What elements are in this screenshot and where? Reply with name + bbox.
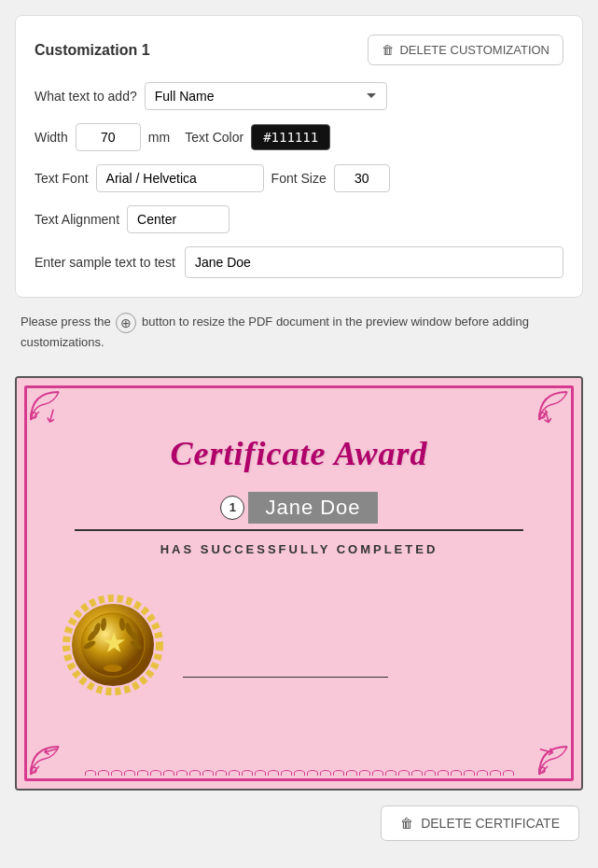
text-alignment-label: Text Alignment: [35, 212, 119, 227]
font-select[interactable]: Arial / Helvetica: [96, 164, 264, 192]
width-label: Width: [35, 130, 68, 145]
alignment-select[interactable]: Center Left Right: [127, 205, 229, 233]
text-font-label: Text Font: [35, 171, 89, 186]
what-text-select[interactable]: Full Name: [145, 82, 387, 110]
certificate-signature-line: [183, 677, 388, 678]
card-title: Customization 1: [35, 42, 150, 59]
width-color-row: Width mm Text Color #111111: [35, 123, 563, 151]
certificate-medal: ★: [62, 594, 155, 687]
customization-card: Customization 1 🗑 DELETE CUSTOMIZATION W…: [15, 15, 583, 298]
name-field-indicator: 1: [220, 496, 244, 520]
certificate-name-row: 1 Jane Doe: [75, 492, 522, 524]
width-unit: mm: [148, 130, 170, 145]
svg-point-21: [104, 665, 122, 672]
font-row: Text Font Arial / Helvetica Font Size: [35, 164, 563, 192]
delete-cert-label: DELETE CERTIFICATE: [421, 816, 560, 831]
trash-icon: 🗑: [382, 43, 394, 57]
card-header: Customization 1 🗑 DELETE CUSTOMIZATION: [35, 35, 563, 65]
text-color-label: Text Color: [185, 130, 243, 145]
certificate-preview: ↙ ↘ ↗ ↖ Certificate Award 1 Jane Doe HAS…: [15, 376, 583, 791]
color-picker-button[interactable]: #111111: [251, 124, 330, 150]
certificate-inner: ↙ ↘ ↗ ↖ Certificate Award 1 Jane Doe HAS…: [17, 378, 581, 789]
what-text-label: What text to add?: [35, 89, 137, 104]
sample-text-input[interactable]: [185, 246, 563, 278]
certificate-name-underline: [75, 529, 522, 531]
alignment-row: Text Alignment Center Left Right: [35, 205, 563, 233]
certificate-title: Certificate Award: [171, 434, 428, 473]
delete-customization-button[interactable]: 🗑 DELETE CUSTOMIZATION: [368, 35, 563, 65]
delete-cert-trash-icon: 🗑: [400, 816, 413, 831]
width-input[interactable]: [76, 123, 141, 151]
sample-text-row: Enter sample text to test: [35, 246, 563, 278]
what-text-row: What text to add? Full Name: [35, 82, 563, 110]
info-prefix: Please press the: [21, 315, 111, 329]
scallop-decoration: [84, 770, 515, 776]
info-text: Please press the ⊕ button to resize the …: [21, 313, 577, 352]
delete-customization-label: DELETE CUSTOMIZATION: [399, 43, 549, 57]
certificate-bottom: ★: [62, 594, 536, 687]
font-size-label: Font Size: [271, 171, 327, 186]
svg-text:★: ★: [103, 629, 125, 657]
certificate-name: Jane Doe: [248, 492, 377, 524]
font-size-input[interactable]: [334, 164, 390, 192]
sample-text-label: Enter sample text to test: [35, 255, 175, 270]
certificate-signature-area: [183, 677, 536, 678]
delete-certificate-button[interactable]: 🗑 DELETE CERTIFICATE: [381, 805, 579, 841]
certificate-completed-text: HAS SUCCESSFULLY COMPLETED: [160, 542, 438, 556]
resize-icon: ⊕: [116, 313, 136, 333]
